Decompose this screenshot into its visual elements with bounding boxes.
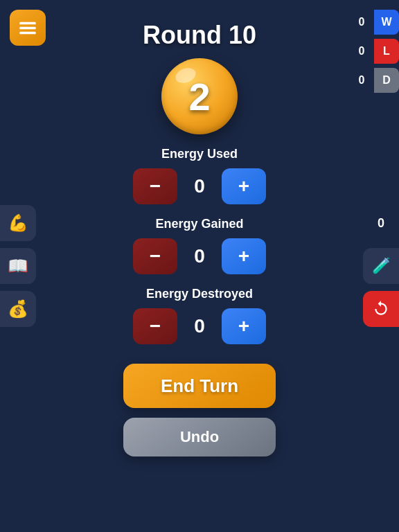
orb-value: 2	[188, 74, 210, 119]
energy-orb: 2	[161, 58, 238, 134]
energy-gained-minus[interactable]: −	[133, 238, 177, 274]
energy-used-label: Energy Used	[161, 147, 238, 161]
energy-gained-plus[interactable]: +	[222, 238, 266, 274]
end-turn-button[interactable]: End Turn	[123, 364, 276, 408]
energy-used-section: Energy Used − 0 +	[133, 147, 266, 204]
round-title: Round 10	[143, 21, 256, 50]
energy-gained-value: 0	[188, 245, 211, 267]
undo-button[interactable]: Undo	[123, 418, 276, 456]
energy-used-counter: − 0 +	[133, 168, 266, 204]
energy-destroyed-section: Energy Destroyed − 0 +	[133, 287, 266, 344]
energy-destroyed-minus[interactable]: −	[133, 308, 177, 344]
energy-gained-counter: − 0 +	[133, 238, 266, 274]
energy-gained-label: Energy Gained	[155, 217, 243, 231]
energy-destroyed-label: Energy Destroyed	[146, 287, 253, 301]
energy-destroyed-plus[interactable]: +	[222, 308, 266, 344]
energy-used-plus[interactable]: +	[222, 168, 266, 204]
energy-destroyed-counter: − 0 +	[133, 308, 266, 344]
energy-gained-section: Energy Gained − 0 +	[133, 217, 266, 274]
energy-used-value: 0	[188, 175, 211, 197]
main-content: Round 10 2 Energy Used − 0 + Energy Gain…	[0, 0, 399, 532]
energy-destroyed-value: 0	[188, 315, 211, 337]
energy-used-minus[interactable]: −	[133, 168, 177, 204]
